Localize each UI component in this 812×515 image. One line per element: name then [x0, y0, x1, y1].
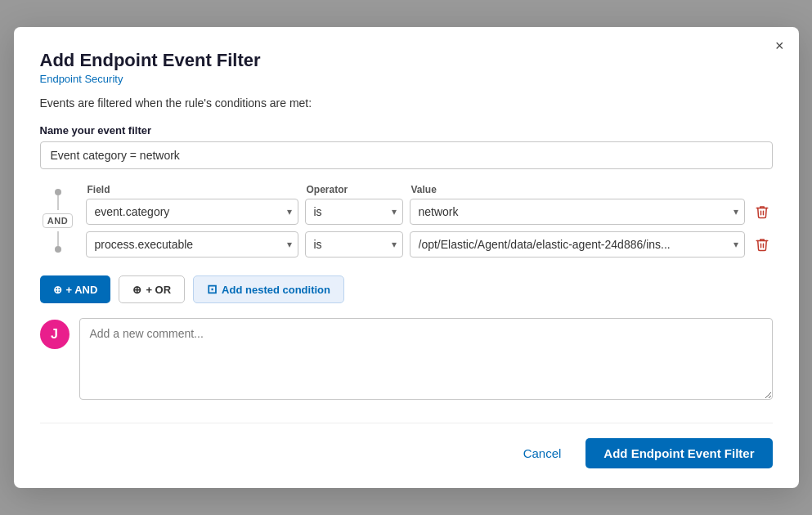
value-select-wrap-1: network ▾ [410, 199, 745, 225]
operator-select-wrap-1: is ▾ [305, 199, 403, 225]
modal-subtitle: Endpoint Security [40, 73, 773, 85]
value-select-wrap-2: /opt/Elastic/Agent/data/elastic-agent-24… [410, 231, 745, 258]
delete-row-1-button[interactable] [751, 201, 773, 222]
or-plus-icon: ⊕ [132, 284, 141, 296]
and-badge: AND [43, 213, 73, 228]
footer-buttons: Cancel Add Endpoint Event Filter [40, 438, 773, 468]
field-select-wrap-1: event.category ▾ [86, 199, 298, 225]
condition-headers: Field Operator Value [86, 184, 773, 195]
value-select-1[interactable]: network [410, 199, 745, 225]
and-plus-icon: ⊕ [53, 284, 62, 296]
delete-icon-1 [755, 204, 769, 219]
add-or-button[interactable]: ⊕ + OR [119, 275, 185, 303]
close-button[interactable]: × [775, 38, 784, 53]
comment-section: J [40, 318, 773, 400]
nested-button-label: Add nested condition [222, 284, 330, 296]
col-header-value: Value [411, 184, 773, 195]
condition-row: process.executable ▾ is ▾ /opt/Elastic/A… [86, 231, 773, 258]
condition-row: event.category ▾ is ▾ network ▾ [86, 199, 773, 225]
modal-description: Events are filtered when the rule's cond… [40, 96, 773, 110]
or-button-label: + OR [146, 284, 171, 296]
conditions-area: AND Field Operator Value event.category … [40, 184, 773, 264]
connector-dot-bottom [55, 246, 61, 253]
operator-select-wrap-2: is ▾ [305, 231, 403, 258]
and-button-label: + AND [66, 284, 98, 296]
name-field-label: Name your event filter [40, 124, 773, 137]
action-buttons: ⊕ + AND ⊕ + OR ⊡ Add nested condition [40, 275, 773, 303]
delete-icon-2 [755, 237, 769, 252]
cancel-button[interactable]: Cancel [509, 439, 576, 468]
submit-button[interactable]: Add Endpoint Event Filter [585, 438, 772, 468]
avatar: J [40, 320, 70, 349]
delete-row-2-button[interactable] [751, 234, 773, 255]
operator-select-2[interactable]: is [305, 231, 403, 258]
nested-icon: ⊡ [207, 282, 218, 297]
modal-dialog: × Add Endpoint Event Filter Endpoint Sec… [14, 27, 799, 488]
and-connector: AND [40, 184, 76, 253]
field-select-2[interactable]: process.executable [86, 231, 298, 258]
operator-select-1[interactable]: is [305, 199, 403, 225]
connector-dot-top [55, 189, 61, 195]
footer-divider [40, 423, 773, 423]
conditions-rows: Field Operator Value event.category ▾ is… [86, 184, 773, 264]
field-select-wrap-2: process.executable ▾ [86, 231, 298, 258]
col-header-field: Field [87, 184, 300, 195]
col-header-operator: Operator [307, 184, 405, 195]
add-nested-condition-button[interactable]: ⊡ Add nested condition [193, 275, 344, 303]
add-and-button[interactable]: ⊕ + AND [40, 275, 111, 303]
value-select-2[interactable]: /opt/Elastic/Agent/data/elastic-agent-24… [410, 231, 745, 258]
connector-line-bottom [57, 231, 59, 246]
name-input[interactable] [40, 141, 773, 169]
modal-title: Add Endpoint Event Filter [40, 50, 773, 71]
connector-line-top [57, 195, 59, 210]
field-select-1[interactable]: event.category [86, 199, 298, 225]
comment-textarea[interactable] [79, 318, 773, 400]
